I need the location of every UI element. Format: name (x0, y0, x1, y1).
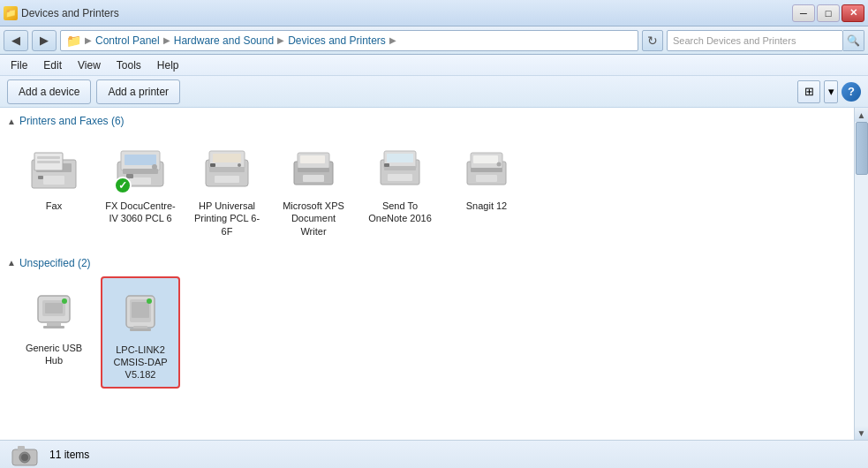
path-separator-4: ▶ (389, 35, 396, 45)
svg-rect-3 (37, 156, 60, 159)
device-ms-xps[interactable]: Microsoft XPS Document Writer (274, 134, 353, 243)
scroll-track (856, 122, 868, 426)
svg-rect-53 (18, 446, 25, 451)
device-lpc-link2[interactable]: LPC-LINK2 CMSIS-DAP V5.182 (101, 276, 180, 389)
fax-icon-wrap (26, 140, 82, 196)
menu-file[interactable]: File (4, 57, 34, 73)
add-printer-button[interactable]: Add a printer (96, 79, 180, 104)
maximize-button[interactable]: □ (817, 4, 840, 22)
path-hardware-sound[interactable]: Hardware and Sound (174, 34, 274, 47)
onenote-printer-icon (374, 144, 426, 192)
address-path[interactable]: 📁 ▶ Control Panel ▶ Hardware and Sound ▶… (60, 30, 638, 51)
refresh-button[interactable]: ↻ (642, 30, 663, 51)
view-toggle-button[interactable]: ⊞ (797, 80, 820, 103)
search-button[interactable]: 🔍 (843, 30, 864, 51)
svg-rect-16 (213, 154, 241, 162)
usb-hub-icon-wrap (26, 282, 82, 338)
menu-help[interactable]: Help (150, 57, 186, 73)
view-dropdown-button[interactable]: ▾ (824, 80, 838, 103)
path-separator: ▶ (85, 35, 92, 45)
scroll-thumb[interactable] (856, 122, 868, 175)
svg-rect-28 (387, 154, 413, 162)
device-fx-docucentre[interactable]: ✓ FX DocuCentre-IV 3060 PCL 6 (101, 134, 180, 243)
toolbar: Add a device Add a printer ⊞ ▾ ? (0, 76, 868, 108)
menu-tools[interactable]: Tools (109, 57, 148, 73)
svg-rect-17 (209, 167, 245, 172)
scroll-down-button[interactable]: ▼ (855, 426, 869, 440)
svg-rect-10 (123, 169, 158, 174)
svg-rect-40 (45, 303, 63, 313)
svg-rect-23 (300, 155, 325, 163)
device-fax[interactable]: Fax (14, 134, 94, 243)
section-header-printers[interactable]: ▲ Printers and Faxes (6) (0, 111, 854, 131)
svg-point-19 (238, 163, 241, 167)
svg-rect-31 (384, 163, 389, 167)
svg-rect-35 (471, 168, 502, 172)
svg-point-43 (62, 298, 67, 304)
printers-grid: Fax ✓ FX DocuCentre-IV 3060 P (0, 131, 854, 253)
fax-icon (27, 144, 80, 192)
fax-label: Fax (46, 200, 62, 212)
device-hp-universal[interactable]: HP Universal Printing PCL 6-6F (187, 134, 267, 243)
add-device-button[interactable]: Add a device (7, 79, 91, 104)
path-control-panel[interactable]: Control Panel (95, 34, 160, 47)
help-button[interactable]: ? (842, 82, 861, 102)
svg-rect-11 (130, 177, 151, 185)
titlebar-left: 📁 Devices and Printers (4, 6, 119, 20)
xps-icon-wrap (285, 140, 342, 196)
close-button[interactable]: ✕ (842, 4, 864, 22)
status-icon-wrap (11, 442, 39, 467)
device-onenote[interactable]: Send To OneNote 2016 (360, 134, 440, 243)
svg-rect-4 (37, 161, 60, 163)
hp-icon-wrap (199, 140, 255, 196)
xps-label: Microsoft XPS Document Writer (277, 200, 350, 238)
path-separator-2: ▶ (163, 35, 170, 45)
svg-rect-34 (473, 155, 498, 163)
toolbar-right: ⊞ ▾ ? (797, 80, 861, 103)
hp-label: HP Universal Printing PCL 6-6F (191, 200, 263, 238)
lpc-icon-wrap (112, 283, 169, 340)
svg-rect-30 (388, 174, 412, 181)
menu-view[interactable]: View (71, 57, 108, 73)
svg-point-37 (497, 162, 502, 166)
fx-label: FX DocuCentre-IV 3060 PCL 6 (104, 200, 177, 225)
device-usb-hub[interactable]: Generic USB Hub (14, 276, 94, 389)
svg-rect-18 (215, 176, 239, 183)
svg-rect-48 (130, 328, 151, 331)
usb-hub-icon (31, 287, 77, 333)
section-arrow-printers: ▲ (7, 117, 16, 126)
hp-printer-icon (200, 144, 253, 192)
menu-edit[interactable]: Edit (36, 57, 69, 73)
svg-point-13 (152, 164, 157, 170)
titlebar-controls: ─ □ ✕ (792, 4, 864, 22)
window-title: Devices and Printers (21, 7, 119, 19)
status-item-count: 11 items (49, 449, 89, 461)
addressbar: ◀ ▶ 📁 ▶ Control Panel ▶ Hardware and Sou… (0, 26, 868, 55)
back-button[interactable]: ◀ (4, 30, 28, 51)
lpc-link-icon (117, 289, 163, 335)
forward-button[interactable]: ▶ (32, 30, 57, 51)
snagit-label: Snagit 12 (466, 200, 507, 212)
statusbar: 11 items (0, 440, 868, 468)
svg-rect-6 (38, 176, 43, 179)
status-camera-icon (11, 442, 39, 467)
scroll-up-button[interactable]: ▲ (855, 108, 869, 122)
section-arrow-unspecified: ▲ (7, 258, 16, 268)
window-icon: 📁 (4, 6, 18, 20)
path-icon: 📁 (66, 34, 81, 48)
section-title-unspecified: Unspecified (2) (19, 257, 91, 269)
svg-rect-5 (43, 176, 64, 185)
minimize-button[interactable]: ─ (792, 4, 815, 22)
main-pane: ▲ Printers and Faxes (6) Fax (0, 108, 854, 440)
path-devices-printers[interactable]: Devices and Printers (288, 34, 386, 47)
svg-rect-9 (125, 155, 156, 165)
search-input[interactable]: Search Devices and Printers (667, 30, 843, 51)
onenote-icon-wrap (372, 140, 428, 196)
search-placeholder: Search Devices and Printers (673, 35, 796, 46)
section-header-unspecified[interactable]: ▲ Unspecified (2) (0, 253, 854, 273)
fx-icon-wrap: ✓ (112, 140, 169, 196)
svg-rect-36 (476, 175, 497, 182)
device-snagit[interactable]: Snagit 12 (447, 134, 526, 243)
scrollbar: ▲ ▼ (854, 108, 868, 440)
default-printer-badge: ✓ (114, 177, 132, 194)
